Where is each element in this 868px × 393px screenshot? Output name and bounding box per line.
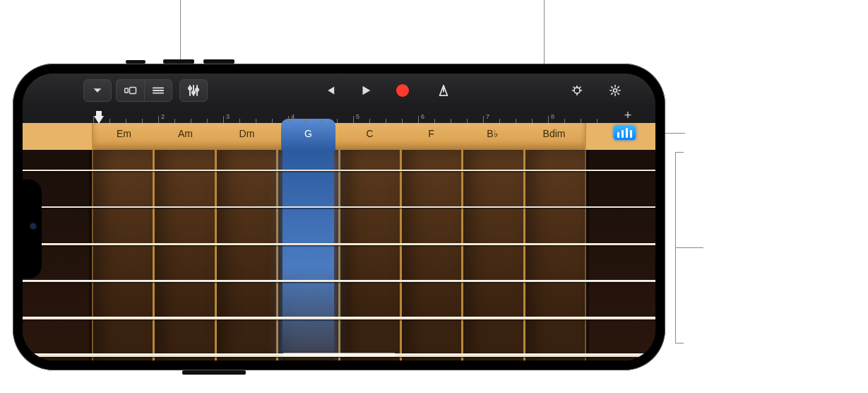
ruler-tick bbox=[564, 119, 565, 123]
svg-rect-0 bbox=[124, 88, 128, 93]
ruler-tick bbox=[321, 119, 321, 123]
chord-strip-item[interactable]: Dm bbox=[216, 123, 278, 150]
ruler-tick bbox=[532, 119, 533, 123]
guitar-string[interactable] bbox=[23, 280, 655, 282]
play-button[interactable] bbox=[354, 79, 378, 102]
ruler-tick bbox=[581, 119, 581, 123]
ruler-tick bbox=[402, 119, 403, 123]
ruler-tick bbox=[142, 119, 143, 123]
transport-group bbox=[208, 79, 565, 102]
add-section-button[interactable]: + bbox=[622, 109, 634, 122]
fx-dial-icon bbox=[571, 84, 583, 97]
ruler-bar-number: 8 bbox=[551, 113, 554, 120]
autoplay-button[interactable] bbox=[614, 126, 636, 140]
ruler-tick bbox=[353, 116, 354, 123]
ruler-tick bbox=[597, 119, 598, 123]
ruler-tick bbox=[369, 119, 370, 123]
autoplay-bar-icon bbox=[622, 130, 624, 138]
autoplay-bar-icon bbox=[617, 132, 619, 138]
metronome-button[interactable] bbox=[432, 79, 456, 102]
play-icon bbox=[359, 84, 372, 97]
callout-line-chords bbox=[180, 0, 181, 64]
ruler-bar-number: 7 bbox=[486, 113, 489, 120]
notch bbox=[23, 180, 42, 278]
callout-line-strings-bottom bbox=[675, 343, 684, 344]
track-settings-button[interactable] bbox=[603, 79, 627, 102]
fret-column[interactable] bbox=[340, 150, 402, 360]
fx-button[interactable] bbox=[565, 79, 589, 102]
browser-icon bbox=[124, 84, 137, 97]
sliders-icon bbox=[187, 84, 200, 97]
gear-icon bbox=[609, 84, 622, 97]
playhead[interactable] bbox=[94, 116, 104, 124]
ruler-tick bbox=[467, 119, 468, 123]
metronome-icon bbox=[437, 84, 450, 97]
guitar-string[interactable] bbox=[23, 317, 655, 319]
callout-line-fx bbox=[544, 0, 545, 68]
chevron-down-icon bbox=[91, 84, 104, 97]
silence-switch bbox=[126, 60, 145, 64]
ruler-tick bbox=[548, 116, 549, 123]
fret-column[interactable] bbox=[463, 150, 525, 360]
fret-column[interactable] bbox=[93, 150, 155, 360]
svg-point-12 bbox=[614, 89, 617, 93]
fret-column[interactable] bbox=[525, 150, 585, 360]
home-indicator[interactable] bbox=[283, 353, 396, 356]
chord-strip-item[interactable]: F bbox=[400, 123, 462, 150]
ruler-tick bbox=[499, 119, 500, 123]
callout-line-strings-mid bbox=[675, 247, 703, 248]
ruler[interactable]: 12345678 bbox=[23, 107, 655, 123]
selected-chord-highlight bbox=[283, 150, 334, 360]
autoplay-bar-icon bbox=[630, 130, 632, 138]
autoplay-bar-icon bbox=[626, 128, 628, 138]
ruler-bar-number: 3 bbox=[226, 113, 230, 120]
ruler-tick bbox=[174, 119, 175, 123]
track-controls-button[interactable] bbox=[179, 79, 208, 102]
guitar-string[interactable] bbox=[23, 170, 655, 171]
ruler-tick bbox=[126, 119, 126, 123]
guitar-string[interactable] bbox=[23, 206, 655, 208]
record-button[interactable] bbox=[391, 79, 415, 102]
right-group bbox=[565, 79, 627, 102]
volume-up-button bbox=[163, 59, 194, 64]
chord-strip-item[interactable]: C bbox=[339, 123, 400, 150]
fret-column[interactable] bbox=[402, 150, 463, 360]
ruler-tick bbox=[223, 116, 224, 123]
ruler-bar-number: 4 bbox=[291, 113, 295, 120]
chord-strip-item[interactable]: Em bbox=[93, 123, 155, 150]
ruler-tick bbox=[207, 119, 208, 123]
ruler-tick bbox=[191, 119, 191, 123]
screen: 12345678 + Em Am Dm G C F B♭ Bdim bbox=[23, 74, 655, 360]
chord-strip-item-selected[interactable]: G bbox=[278, 123, 339, 150]
ruler-tick bbox=[386, 119, 386, 123]
chord-strip-item[interactable]: Bdim bbox=[523, 123, 585, 150]
chord-strip: Em Am Dm G C F B♭ Bdim bbox=[93, 123, 585, 150]
ruler-tick bbox=[239, 119, 240, 123]
ruler-tick bbox=[418, 116, 419, 123]
ruler-tick bbox=[109, 119, 110, 123]
ruler-tick bbox=[288, 116, 289, 123]
side-button bbox=[182, 370, 246, 375]
tracks-button[interactable] bbox=[144, 79, 172, 102]
fret-column[interactable] bbox=[155, 150, 216, 360]
rewind-icon bbox=[323, 84, 335, 97]
my-songs-button[interactable] bbox=[83, 79, 112, 102]
ruler-tick bbox=[158, 116, 159, 123]
ruler-tick bbox=[256, 119, 256, 123]
fretboard[interactable] bbox=[93, 150, 585, 360]
ruler-tick bbox=[272, 119, 273, 123]
ruler-tick bbox=[337, 119, 338, 123]
ruler-tick bbox=[483, 116, 484, 123]
ruler-bar-number: 5 bbox=[356, 113, 359, 120]
ruler-bar-number: 2 bbox=[161, 113, 165, 120]
ruler-bar-number: 6 bbox=[421, 113, 424, 120]
go-to-beginning-button[interactable] bbox=[317, 79, 341, 102]
chord-strip-item[interactable]: B♭ bbox=[462, 123, 523, 150]
browser-button[interactable] bbox=[116, 79, 144, 102]
volume-down-button bbox=[203, 59, 234, 64]
record-icon bbox=[396, 84, 409, 97]
guitar-string[interactable] bbox=[23, 243, 655, 245]
control-bar bbox=[23, 74, 655, 107]
chord-strip-item[interactable]: Am bbox=[155, 123, 216, 150]
fret-column[interactable] bbox=[217, 150, 278, 360]
